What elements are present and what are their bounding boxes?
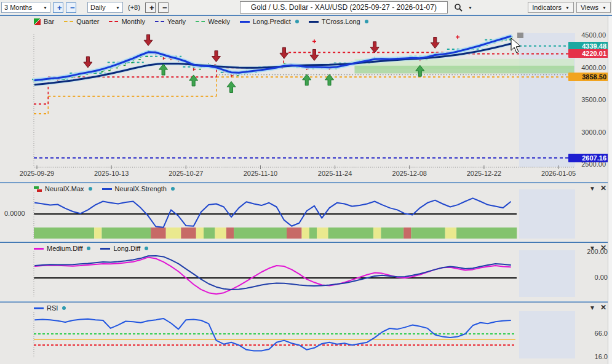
range-select[interactable]: 3 Months ▼ bbox=[1, 2, 50, 13]
legend-item-medium-diff[interactable]: Medium.Diff bbox=[34, 245, 90, 252]
top-toolbar: 3 Months ▼ + − Daily ▼ (+8) + − Gold / U… bbox=[0, 0, 612, 15]
legend-item-monthly[interactable]: Monthly bbox=[109, 18, 145, 25]
views-button[interactable]: Views ▼ bbox=[576, 2, 611, 13]
sell-signal-arrow bbox=[280, 47, 288, 58]
legend-label: Long.Diff bbox=[113, 245, 140, 252]
legend-label: Medium.Diff bbox=[47, 245, 82, 252]
remove-bar-button[interactable]: − bbox=[158, 2, 169, 13]
price-axis-label: 3500.00 bbox=[569, 96, 606, 103]
panel-close-button[interactable]: ✕ bbox=[600, 303, 606, 312]
legend-item-yearly[interactable]: Yearly bbox=[155, 18, 186, 25]
indicators-button-label: Indicators bbox=[532, 4, 562, 11]
legend-label: Quarter bbox=[76, 18, 99, 25]
rsi-legend: RSI bbox=[34, 304, 66, 312]
buy-signal-arrow bbox=[227, 81, 236, 92]
price-axis-label: 4500.00 bbox=[569, 31, 606, 39]
diff-legend: Medium.DiffLong.Diff bbox=[34, 245, 148, 252]
panel-collapse-button[interactable]: ▼ bbox=[589, 185, 595, 192]
legend-item-quarter[interactable]: Quarter bbox=[64, 18, 99, 25]
neuralx-legend: NeuralX.MaxNeuralX.Strength bbox=[34, 185, 175, 192]
dashed-line-icon bbox=[64, 21, 73, 22]
indicator-settings-dot[interactable] bbox=[62, 306, 66, 310]
panel-collapse-button[interactable]: ▼ bbox=[589, 304, 595, 311]
bar-style-icon bbox=[34, 18, 41, 25]
buy-signal-arrow bbox=[303, 74, 311, 85]
neuralx-max-icon bbox=[34, 186, 42, 192]
zoom-in-button[interactable]: + bbox=[53, 2, 63, 13]
indicator-settings-dot[interactable] bbox=[89, 187, 92, 191]
chevron-down-icon: ▼ bbox=[43, 6, 47, 10]
legend-item-weekly[interactable]: Weekly bbox=[196, 18, 230, 25]
indicator-settings-dot[interactable] bbox=[145, 247, 148, 250]
price-level-badge: 2607.16 bbox=[568, 154, 609, 162]
line-style-icon bbox=[240, 21, 250, 23]
sell-signal-arrow bbox=[431, 38, 439, 49]
rsi-panel-controls: ▼ ✕ bbox=[589, 303, 606, 312]
legend-label: NeuralX.Strength bbox=[115, 185, 167, 192]
panel-close-button[interactable]: ✕ bbox=[600, 184, 606, 192]
bar-offset-label: (+8) bbox=[125, 4, 143, 11]
selection-handle bbox=[517, 33, 523, 38]
panel-separator[interactable] bbox=[0, 242, 612, 243]
panel-separator[interactable] bbox=[0, 301, 612, 303]
scrollbar[interactable] bbox=[608, 16, 612, 364]
period-select-value: Daily bbox=[90, 4, 105, 11]
date-label: 2025-12-08 bbox=[382, 170, 437, 177]
line-style-icon bbox=[34, 248, 44, 250]
line-style-icon bbox=[34, 307, 44, 309]
legend-item-long-diff[interactable]: Long.Diff bbox=[100, 245, 148, 252]
legend-label: NeuralX.Max bbox=[45, 185, 84, 192]
line-style-icon bbox=[309, 21, 319, 23]
price-chart[interactable] bbox=[0, 16, 612, 182]
chevron-down-icon: ▼ bbox=[565, 6, 570, 10]
sell-signal-arrow bbox=[212, 51, 220, 62]
line-style-icon bbox=[100, 248, 110, 250]
neuralx-zero-label: 0.0000 bbox=[4, 210, 25, 217]
legend-item-bar[interactable]: Bar bbox=[34, 18, 54, 25]
indicator-settings-dot[interactable] bbox=[171, 187, 175, 191]
price-axis-label: 4000.00 bbox=[569, 64, 606, 71]
symbol-title[interactable]: Gold / U.S. Dollar - XAU/USD (2025-09-27… bbox=[240, 1, 448, 14]
search-dropdown-icon[interactable]: ▼ bbox=[468, 6, 472, 10]
rsi-panel-chart[interactable] bbox=[0, 303, 612, 364]
sell-signal-arrow bbox=[84, 57, 92, 68]
legend-label: Bar bbox=[44, 18, 54, 25]
date-label: 2025-11-10 bbox=[232, 170, 288, 177]
mouse-cursor bbox=[511, 38, 520, 53]
legend-label: Monthly bbox=[121, 18, 145, 25]
legend-label: TCross.Long bbox=[322, 18, 360, 25]
indicators-button[interactable]: Indicators ▼ bbox=[528, 2, 574, 13]
dashed-line-icon bbox=[109, 21, 118, 22]
indicator-settings-dot[interactable] bbox=[365, 20, 368, 23]
search-icon[interactable] bbox=[454, 3, 463, 12]
zoom-out-button[interactable]: − bbox=[66, 2, 76, 13]
indicator-settings-dot[interactable] bbox=[87, 247, 90, 250]
dashed-line-icon bbox=[155, 21, 164, 22]
date-label: 2025-12-22 bbox=[456, 170, 512, 177]
price-level-badge: 3858.50 bbox=[568, 73, 609, 81]
price-chart-legend: BarQuarterMonthlyYearlyWeeklyLong.Predic… bbox=[34, 18, 368, 25]
legend-label: Long.Predict bbox=[253, 18, 291, 25]
sell-signal-arrow bbox=[310, 49, 319, 60]
date-label: 2025-10-27 bbox=[158, 170, 213, 177]
views-button-label: Views bbox=[581, 4, 598, 11]
legend-item-neuralx-max[interactable]: NeuralX.Max bbox=[34, 185, 92, 192]
legend-item-rsi[interactable]: RSI bbox=[34, 304, 66, 312]
application-window: 3 Months ▼ + − Daily ▼ (+8) + − Gold / U… bbox=[0, 0, 612, 364]
price-level-badge: 4220.01 bbox=[568, 49, 609, 58]
dashed-line-icon bbox=[196, 21, 205, 22]
indicator-settings-dot[interactable] bbox=[295, 20, 299, 23]
add-bar-button[interactable]: + bbox=[145, 2, 156, 13]
chevron-down-icon: ▼ bbox=[602, 6, 606, 10]
date-label: 2025-10-13 bbox=[84, 170, 139, 177]
legend-item-neuralx-strength[interactable]: NeuralX.Strength bbox=[102, 185, 175, 192]
diff-axis-label: 0.00 bbox=[577, 274, 608, 281]
period-select[interactable]: Daily ▼ bbox=[87, 2, 123, 13]
legend-item-long-predict[interactable]: Long.Predict bbox=[240, 18, 299, 25]
range-select-value: 3 Months bbox=[4, 4, 32, 11]
chevron-down-icon: ▼ bbox=[116, 6, 120, 10]
panel-separator[interactable] bbox=[0, 182, 612, 183]
buy-signal-arrow bbox=[325, 74, 334, 85]
price-axis-label: 3000.00 bbox=[569, 129, 606, 136]
legend-item-tcross-long[interactable]: TCross.Long bbox=[309, 18, 368, 25]
